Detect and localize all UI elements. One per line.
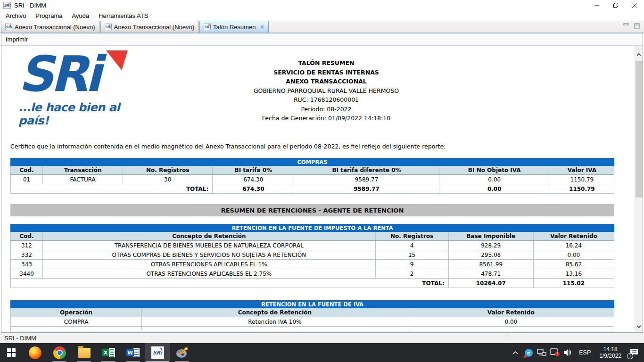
menu-bar: Archivo Programa Ayuda Herramientas ATS xyxy=(0,10,644,21)
status-text: SRI - DIMM xyxy=(4,335,36,342)
cell: 9 xyxy=(375,260,448,269)
cell: 16.24 xyxy=(533,241,614,250)
menu-programa[interactable]: Programa xyxy=(31,11,67,20)
scrollbar-thumb[interactable] xyxy=(636,61,643,197)
table-row: COMPRA Retencion IVA 10% 0.00 xyxy=(11,317,614,327)
cell: 8561.99 xyxy=(448,260,533,269)
paint-palette-icon xyxy=(176,346,189,359)
chevron-up-icon xyxy=(636,53,641,56)
col-header: Cod. xyxy=(11,232,43,241)
cell: 15 xyxy=(375,250,448,260)
tab-close-icon[interactable]: ✕ xyxy=(260,24,264,30)
col-header: Transacción xyxy=(43,166,123,175)
excel-icon: X xyxy=(102,346,115,359)
minimize-icon xyxy=(594,2,600,8)
imprimir-button[interactable]: Imprimir xyxy=(6,36,28,43)
cell: OTRAS COMPRAS DE BIENES Y SERVICIOS NO S… xyxy=(43,250,376,260)
tray-network-button[interactable] xyxy=(536,343,548,362)
antivirus-icon: e xyxy=(525,349,533,357)
title-bar: SRi SRI - DIMM xyxy=(0,0,644,10)
menu-archivo[interactable]: Archivo xyxy=(1,11,31,20)
cell: COMPRA xyxy=(11,317,142,327)
cell: 4 xyxy=(375,241,448,250)
chrome-icon xyxy=(53,346,66,359)
col-header: Valor Retenido xyxy=(533,232,614,241)
renta-total-row: TOTAL: 10264.07 115.02 xyxy=(11,279,614,288)
report-title: TALÓN RESUMEN xyxy=(10,58,642,68)
action-center-button[interactable]: 1 xyxy=(626,343,642,362)
sri-tab-icon: SRi xyxy=(204,24,211,30)
total-cell: 1150.79 xyxy=(550,184,614,194)
menu-ayuda[interactable]: Ayuda xyxy=(67,11,94,20)
warning-badge-icon xyxy=(523,354,527,358)
col-header: Valor IVA xyxy=(550,166,614,175)
cell: 928.29 xyxy=(448,241,533,250)
total-cell: 674.30 xyxy=(213,184,294,194)
language-indicator[interactable]: ESP xyxy=(575,349,594,356)
cell: OTRAS RETENCIONES APLICABLES EL 2,75% xyxy=(43,269,376,279)
cell: FACTURA xyxy=(43,175,123,184)
tab-talon-resumen[interactable]: SRi Talón Resumen ✕ xyxy=(199,21,269,33)
compras-title: COMPRAS xyxy=(11,158,614,166)
taskbar-excel-button[interactable]: X xyxy=(96,343,121,362)
taskbar-sri-dimm-button[interactable]: SRi xyxy=(145,343,170,362)
start-button[interactable] xyxy=(0,343,23,362)
talon-resumen-view: Imprimir SRi ...le hace bien al país! TA… xyxy=(1,33,643,333)
firefox-icon xyxy=(29,346,41,359)
total-cell: 9589.77 xyxy=(294,184,439,194)
col-header: Concepto de Retención xyxy=(43,232,376,241)
status-bar: SRI - DIMM xyxy=(0,333,644,343)
certification-text: Certifico que la información contenida e… xyxy=(10,143,446,150)
generation-date: Fecha de Generación: 01/09/2022 14:18:10 xyxy=(10,114,642,123)
restore-button[interactable] xyxy=(606,0,625,10)
taskbar-word-button[interactable]: W xyxy=(121,343,145,362)
col-header: No. Registros xyxy=(123,166,213,175)
chevron-down-icon xyxy=(636,325,641,328)
col-header: Concepto de Retención xyxy=(142,308,408,317)
clock-date: 1/9/2022 xyxy=(599,353,621,359)
clock[interactable]: 14:18 1/9/2022 xyxy=(595,346,625,359)
sri-tab-icon: SRi xyxy=(105,24,112,30)
minimize-button[interactable] xyxy=(587,0,606,10)
retenciones-band: RESUMEN DE RETENCIONES - AGENTE DE RETEN… xyxy=(10,204,614,216)
close-button[interactable] xyxy=(625,0,644,10)
tray-security-button[interactable]: ! xyxy=(549,343,561,362)
minimize-pane-icon[interactable] xyxy=(623,23,629,29)
tray-expand-button[interactable] xyxy=(509,343,521,362)
total-label: TOTAL: xyxy=(11,184,213,194)
imprimir-toolbar: Imprimir xyxy=(1,33,643,46)
taskbar-chrome-button[interactable] xyxy=(47,343,72,362)
cell: OTRAS RETENCIONES APLICABLES EL 1% xyxy=(43,260,376,269)
tab-anexo-transaccional-2[interactable]: SRi Anexo Transaccional (Nuevo) xyxy=(100,21,199,33)
scroll-up-button[interactable] xyxy=(635,50,643,58)
taskbar-file-explorer-button[interactable] xyxy=(72,343,96,362)
col-header: Valor Retenido xyxy=(408,308,614,317)
cell: TRANSFERENCIA DE BIENES MUEBLES DE NATUR… xyxy=(43,241,376,250)
tab-anexo-transaccional-1[interactable]: SRi Anexo Transaccional (Nuevo) xyxy=(1,21,99,33)
taskbar: X W SRi e xyxy=(0,343,644,362)
renta-header-row: Cod. Concepto de Retención No. Registros… xyxy=(11,232,614,241)
retencion-renta-table: RETENCION EN LA FUENTE DE IMPUESTO A LA … xyxy=(10,224,614,288)
total-cell: 0.00 xyxy=(439,184,550,194)
retencion-iva-table: RETENCION EN LA FUENTE DE IVA Operación … xyxy=(10,300,614,331)
taskbar-firefox-button[interactable] xyxy=(23,343,47,362)
app-icon: SRi xyxy=(3,2,11,9)
tray-volume-button[interactable] xyxy=(562,343,574,362)
maximize-pane-icon[interactable] xyxy=(634,23,640,29)
col-header: No. Registros xyxy=(375,232,448,241)
network-icon xyxy=(537,349,546,356)
notification-count-badge: 1 xyxy=(627,353,633,359)
taskbar-paint-button[interactable] xyxy=(170,343,194,362)
col-header: BI tarifa 0% xyxy=(213,166,294,175)
renta-title: RETENCION EN LA FUENTE DE IMPUESTO A LA … xyxy=(11,224,614,232)
menu-herramientas-ats[interactable]: Herramientas ATS xyxy=(94,11,153,20)
scroll-down-button[interactable] xyxy=(635,322,643,330)
vertical-scrollbar[interactable] xyxy=(635,46,643,332)
cell: Retencion IVA 10% xyxy=(142,317,408,327)
clock-time: 14:18 xyxy=(599,346,621,353)
cell: 0.00 xyxy=(439,175,550,184)
cell: 30 xyxy=(123,175,213,184)
tray-antivirus-button[interactable]: e xyxy=(522,343,535,362)
window-title: SRI - DIMM xyxy=(14,2,46,9)
col-header: Operación xyxy=(11,308,142,317)
